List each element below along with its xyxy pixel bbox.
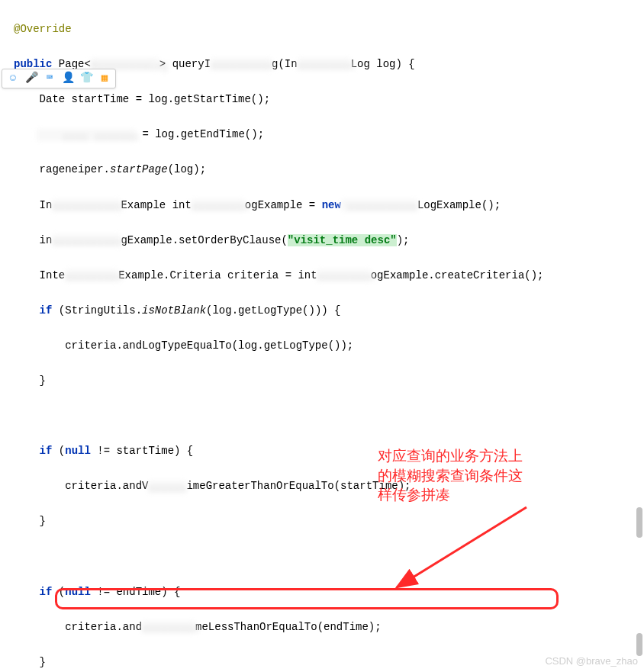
floating-toolbar[interactable]: ☺ 🎤 ⌨ 👤 👕 ▦ — [2, 69, 116, 88]
scrollbar-thumb[interactable] — [636, 507, 642, 538]
grid-icon[interactable]: ▦ — [98, 72, 111, 85]
person-icon[interactable]: 👤 — [61, 72, 75, 85]
smile-icon[interactable]: ☺ — [6, 72, 20, 85]
code-editor[interactable]: @Override public Page<XxxxxxxxxLog> quer… — [0, 0, 644, 672]
override-annotation: @Override — [14, 23, 72, 35]
mic-icon[interactable]: 🎤 — [24, 72, 38, 85]
watermark: CSDN @brave_zhao — [545, 653, 638, 669]
shirt-icon[interactable]: 👕 — [79, 72, 93, 85]
annotation-callout: 对应查询的业务方法上 的模糊搜索查询条件这 样传参拼凑 — [378, 446, 523, 505]
keyboard-icon[interactable]: ⌨ — [43, 72, 56, 85]
